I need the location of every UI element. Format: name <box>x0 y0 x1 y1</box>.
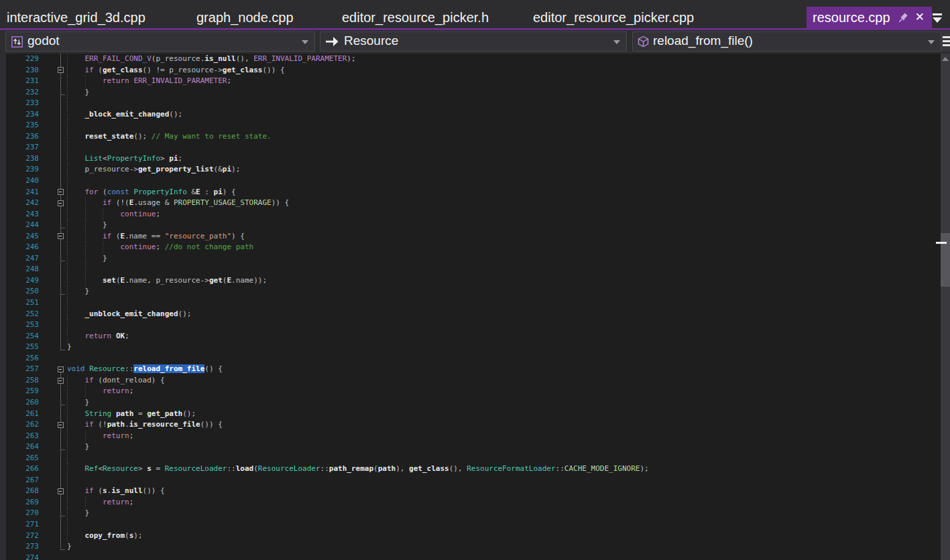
project-dropdown[interactable]: godot <box>5 31 315 52</box>
chevron-down-icon <box>928 40 935 44</box>
line-number: 243 <box>0 209 39 220</box>
code-text: _block_emit_changed(); <box>85 109 183 121</box>
line-number: 254 <box>0 331 39 342</box>
code-line-251: 251 <box>0 297 941 309</box>
line-number: 248 <box>0 264 39 275</box>
project-name: godot <box>27 33 60 48</box>
line-number: 239 <box>0 164 39 176</box>
tab-graph_node-cpp[interactable]: graph_node.cpp <box>196 7 294 28</box>
line-number: 258 <box>0 375 39 387</box>
line-number: 237 <box>0 142 39 153</box>
scrollbar-thumb[interactable] <box>941 233 950 287</box>
tab-editor_resource_picker-h[interactable]: editor_resource_picker.h <box>342 7 489 28</box>
line-number: 230 <box>0 65 39 76</box>
scrollbar-caret-mark <box>936 242 947 244</box>
code-line-236: 236reset_state(); // May want to reset s… <box>0 131 941 143</box>
code-line-234: 234_block_emit_changed(); <box>0 109 941 121</box>
line-number: 253 <box>0 320 39 331</box>
code-line-247: 247} <box>0 253 941 265</box>
document-list-dropdown-icon[interactable] <box>932 13 943 25</box>
fold-collapse-button[interactable] <box>58 189 64 195</box>
line-number: 263 <box>0 431 39 442</box>
code-text: void Resource::reload_from_file() { <box>67 364 223 375</box>
line-number: 268 <box>0 486 39 497</box>
code-line-239: 239p_resource->get_property_list(&pi); <box>0 164 941 176</box>
fold-collapse-button[interactable] <box>58 200 64 206</box>
line-number: 241 <box>0 187 39 198</box>
line-number: 250 <box>0 286 39 297</box>
code-line-252: 252_unblock_emit_changed(); <box>0 309 941 320</box>
line-number: 236 <box>0 131 39 143</box>
code-line-235: 235 <box>0 120 941 131</box>
code-text: } <box>85 87 90 98</box>
code-line-260: 260} <box>0 397 941 409</box>
code-line-255: 255} <box>0 342 941 353</box>
line-number: 262 <box>0 419 39 431</box>
member-dropdown[interactable]: reload_from_file() <box>632 31 941 52</box>
code-text: List<PropertyInfo> pi; <box>85 153 183 165</box>
code-text: if (dont_reload) { <box>85 375 165 387</box>
code-line-231: 231return ERR_INVALID_PARAMETER; <box>0 76 941 87</box>
tab-bar: interactive_grid_3d.cppgraph_node.cppedi… <box>0 0 950 30</box>
fold-collapse-button[interactable] <box>58 488 64 494</box>
code-editor[interactable]: 229ERR_FAIL_COND_V(p_resource.is_null(),… <box>0 54 950 560</box>
line-number: 246 <box>0 242 39 253</box>
tab-interactive_grid_3d-cpp[interactable]: interactive_grid_3d.cpp <box>7 7 145 28</box>
code-text: Ref<Resource> s = ResourceLoader::load(R… <box>85 464 649 475</box>
vertical-scrollbar[interactable] <box>941 54 950 560</box>
vs-editor-window: interactive_grid_3d.cppgraph_node.cppedi… <box>0 0 950 560</box>
scrollbar-up-arrow-icon[interactable] <box>942 57 949 61</box>
code-text: ERR_FAIL_COND_V(p_resource.is_null(), ER… <box>85 54 356 65</box>
code-line-265: 265 <box>0 453 941 464</box>
code-line-257: 257void Resource::reload_from_file() { <box>0 364 941 375</box>
line-number: 270 <box>0 508 39 519</box>
class-dropdown[interactable]: Resource <box>320 31 627 52</box>
code-line-238: 238List<PropertyInfo> pi; <box>0 153 941 165</box>
fold-collapse-button[interactable] <box>58 233 64 239</box>
editor-split-menu-icon[interactable] <box>941 31 950 52</box>
code-text: } <box>85 508 90 519</box>
code-line-268: 268if (s.is_null()) { <box>0 486 941 497</box>
code-line-253: 253 <box>0 320 941 331</box>
line-number: 265 <box>0 453 39 464</box>
code-line-262: 262if (!path.is_resource_file()) { <box>0 419 941 431</box>
line-number: 257 <box>0 364 39 375</box>
fold-collapse-button[interactable] <box>58 67 64 73</box>
code-line-254: 254return OK; <box>0 331 941 342</box>
code-text: set(E.name, p_resource->get(E.name)); <box>103 275 267 287</box>
fold-collapse-button[interactable] <box>58 366 64 372</box>
line-number: 272 <box>0 531 39 542</box>
code-text: } <box>67 342 72 353</box>
line-number: 231 <box>0 76 39 87</box>
code-text: _unblock_emit_changed(); <box>85 309 192 320</box>
tab-label: interactive_grid_3d.cpp <box>7 10 145 25</box>
code-text: continue; <box>121 209 161 220</box>
code-text: copy_from(s); <box>85 531 143 542</box>
close-tab-icon[interactable]: ✕ <box>915 11 925 23</box>
code-text: } <box>67 541 72 553</box>
code-text: return; <box>103 386 133 397</box>
cpp-project-icon <box>11 36 23 48</box>
line-number: 233 <box>0 98 39 109</box>
fold-collapse-button[interactable] <box>58 378 64 384</box>
code-line-266: 266Ref<Resource> s = ResourceLoader::loa… <box>0 464 941 475</box>
line-number: 232 <box>0 87 39 98</box>
line-number: 249 <box>0 275 39 287</box>
fold-collapse-button[interactable] <box>58 422 64 428</box>
line-number: 264 <box>0 441 39 453</box>
code-line-261: 261String path = get_path(); <box>0 409 941 420</box>
tab-editor_resource_picker-cpp[interactable]: editor_resource_picker.cpp <box>533 7 694 28</box>
code-text: } <box>103 253 107 265</box>
line-number: 234 <box>0 109 39 121</box>
line-number: 256 <box>0 353 39 364</box>
tab-label: resource.cpp <box>813 7 890 28</box>
code-text: } <box>85 441 90 453</box>
code-text: if (get_class() != p_resource->get_class… <box>85 65 285 76</box>
class-name: Resource <box>344 33 398 48</box>
code-line-245: 245if (E.name == "resource_path") { <box>0 231 941 242</box>
code-text: if (!(E.usage & PROPERTY_USAGE_STORAGE))… <box>103 198 289 209</box>
pin-tab-icon[interactable] <box>898 12 909 23</box>
code-text: p_resource->get_property_list(&pi); <box>85 164 241 176</box>
tab-resource-cpp[interactable]: resource.cpp✕ <box>807 7 932 28</box>
code-line-250: 250} <box>0 286 941 297</box>
